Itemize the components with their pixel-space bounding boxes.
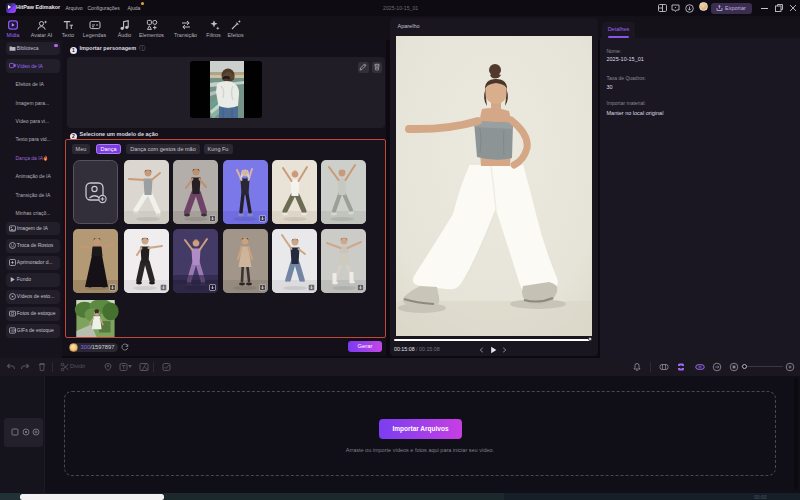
svg-text:GIF: GIF <box>10 329 16 333</box>
